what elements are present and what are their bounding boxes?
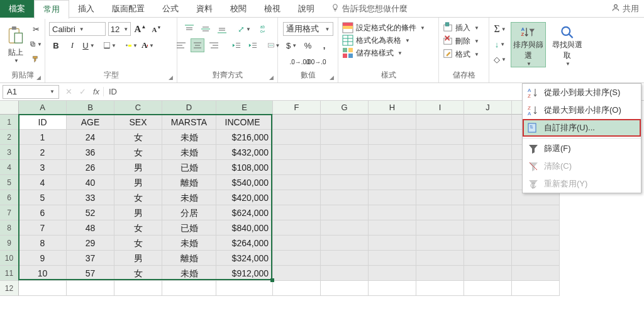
cell-G8[interactable]: [321, 220, 369, 236]
cell-A1[interactable]: ID: [19, 115, 67, 130]
cell-A10[interactable]: 9: [19, 251, 67, 266]
cell-C8[interactable]: 女: [114, 220, 162, 236]
italic-button[interactable]: I: [65, 38, 79, 52]
cell-H5[interactable]: [369, 175, 416, 190]
column-header-C[interactable]: C: [114, 101, 162, 115]
column-header-J[interactable]: J: [464, 101, 512, 115]
cell-H12[interactable]: [369, 281, 416, 296]
cell-E5[interactable]: $540,000: [216, 175, 273, 190]
row-header-2[interactable]: 2: [0, 130, 19, 145]
cell-K10[interactable]: [512, 251, 560, 266]
sort-descending-item[interactable]: ZA 從最大到最小排序(O): [523, 101, 641, 119]
cell-J8[interactable]: [464, 220, 512, 236]
increase-decimal-button[interactable]: .0→.00: [293, 55, 307, 69]
cell-I3[interactable]: [416, 145, 464, 160]
cell-A5[interactable]: 4: [19, 175, 67, 190]
cell-C2[interactable]: 女: [114, 130, 162, 145]
tab-view[interactable]: 檢視: [255, 0, 289, 18]
cell-A6[interactable]: 5: [19, 190, 67, 205]
column-header-F[interactable]: F: [273, 101, 321, 115]
cell-A9[interactable]: 8: [19, 236, 67, 251]
cell-H4[interactable]: [369, 160, 416, 175]
dialog-launcher-icon[interactable]: ◢: [269, 74, 274, 81]
cells-area[interactable]: IDAGESEXMARSTAINCOME124女未婚$216,000236女未婚…: [19, 115, 560, 296]
cell-styles-button[interactable]: 儲存格樣式▼: [342, 47, 402, 59]
cell-C6[interactable]: 女: [114, 190, 162, 205]
cell-B3[interactable]: 36: [67, 145, 114, 160]
tab-help[interactable]: 說明: [289, 0, 323, 18]
dialog-launcher-icon[interactable]: ◢: [169, 74, 173, 81]
cell-D10[interactable]: 離婚: [162, 251, 216, 266]
font-size-combo[interactable]: 12▼: [108, 22, 131, 36]
cell-C11[interactable]: 女: [114, 266, 162, 281]
cell-J7[interactable]: [464, 205, 512, 220]
cell-E6[interactable]: $420,000: [216, 190, 273, 205]
cell-E10[interactable]: $324,000: [216, 251, 273, 266]
cell-B6[interactable]: 33: [67, 190, 114, 205]
cell-H1[interactable]: [369, 115, 416, 130]
find-select-button[interactable]: 尋找與選取 ▼: [550, 22, 585, 67]
column-header-B[interactable]: B: [67, 101, 114, 115]
row-header-12[interactable]: 12: [0, 281, 19, 296]
decrease-decimal-button[interactable]: .00→.0: [309, 55, 323, 69]
row-header-4[interactable]: 4: [0, 160, 19, 175]
sort-ascending-item[interactable]: AZ 從最小到最大排序(S): [523, 84, 641, 101]
cell-F3[interactable]: [273, 145, 321, 160]
tab-insert[interactable]: 插入: [69, 0, 103, 18]
cell-E11[interactable]: $912,000: [216, 266, 273, 281]
font-name-combo[interactable]: Calibri▼: [49, 22, 106, 36]
cell-B2[interactable]: 24: [67, 130, 114, 145]
cell-K9[interactable]: [512, 236, 560, 251]
column-header-E[interactable]: E: [216, 101, 273, 115]
cell-D12[interactable]: [162, 281, 216, 296]
share-button[interactable]: 共用: [611, 3, 639, 14]
cell-E8[interactable]: $840,000: [216, 220, 273, 236]
cell-F8[interactable]: [273, 220, 321, 236]
copy-button[interactable]: ▼: [29, 37, 43, 51]
cell-I7[interactable]: [416, 205, 464, 220]
cell-E9[interactable]: $264,000: [216, 236, 273, 251]
cell-D3[interactable]: 未婚: [162, 145, 216, 160]
cell-C5[interactable]: 男: [114, 175, 162, 190]
cell-C10[interactable]: 男: [114, 251, 162, 266]
cell-B5[interactable]: 40: [67, 175, 114, 190]
cell-G7[interactable]: [321, 205, 369, 220]
cell-D6[interactable]: 未婚: [162, 190, 216, 205]
cell-B11[interactable]: 57: [67, 266, 114, 281]
format-painter-button[interactable]: [29, 52, 43, 66]
paste-button[interactable]: 貼上 ▼: [4, 23, 28, 65]
cell-K8[interactable]: [512, 220, 560, 236]
align-left-button[interactable]: [174, 38, 188, 52]
font-color-button[interactable]: A▼: [141, 38, 155, 52]
cell-D1[interactable]: MARSTA: [162, 115, 216, 130]
align-top-button[interactable]: [182, 22, 196, 36]
cell-G4[interactable]: [321, 160, 369, 175]
cell-B8[interactable]: 48: [67, 220, 114, 236]
number-format-combo[interactable]: 通用格式▼: [283, 22, 333, 36]
cell-F2[interactable]: [273, 130, 321, 145]
row-header-5[interactable]: 5: [0, 175, 19, 190]
cell-G10[interactable]: [321, 251, 369, 266]
underline-button[interactable]: U▼: [82, 38, 96, 52]
cell-H11[interactable]: [369, 266, 416, 281]
dialog-launcher-icon[interactable]: ◢: [330, 74, 334, 81]
cell-J3[interactable]: [464, 145, 512, 160]
cell-D2[interactable]: 未婚: [162, 130, 216, 145]
cell-B12[interactable]: [67, 281, 114, 296]
cell-I6[interactable]: [416, 190, 464, 205]
cell-A12[interactable]: [19, 281, 67, 296]
cancel-formula-button[interactable]: ✕: [62, 87, 75, 96]
cell-J12[interactable]: [464, 281, 512, 296]
format-as-table-button[interactable]: 格式化為表格▼: [342, 35, 410, 46]
cell-B10[interactable]: 37: [67, 251, 114, 266]
increase-indent-button[interactable]: [246, 38, 260, 52]
cell-H8[interactable]: [369, 220, 416, 236]
cell-B9[interactable]: 29: [67, 236, 114, 251]
align-right-button[interactable]: [207, 38, 221, 52]
fill-handle[interactable]: [270, 278, 274, 282]
cell-H7[interactable]: [369, 205, 416, 220]
cell-C1[interactable]: SEX: [114, 115, 162, 130]
row-header-3[interactable]: 3: [0, 145, 19, 160]
cell-F4[interactable]: [273, 160, 321, 175]
cell-D5[interactable]: 離婚: [162, 175, 216, 190]
